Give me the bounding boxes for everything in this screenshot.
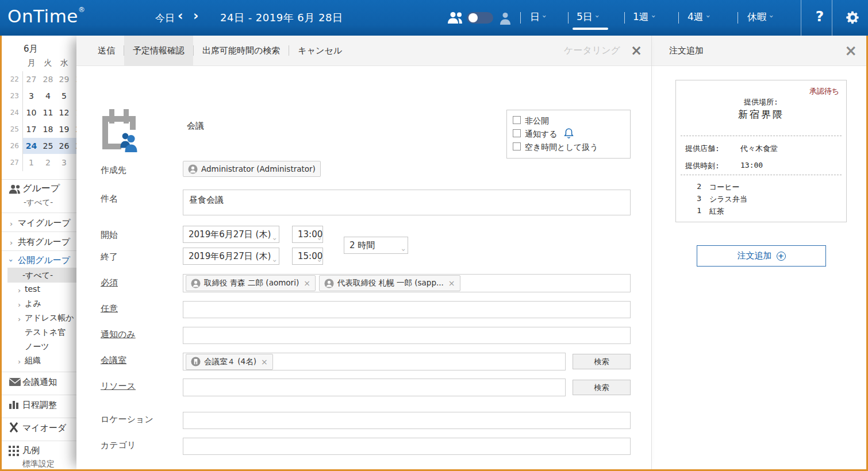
calendar-day[interactable]: 27 xyxy=(23,71,40,88)
find-available-time-button[interactable]: 出席可能時間の検索 xyxy=(194,36,289,65)
help-button[interactable]: ? xyxy=(808,8,831,25)
calendar-day[interactable]: 4 xyxy=(40,88,56,105)
remove-icon[interactable]: × xyxy=(304,279,310,288)
remove-icon[interactable]: × xyxy=(261,357,268,366)
calendar-day[interactable]: 5 xyxy=(56,88,72,105)
fyi-field[interactable] xyxy=(183,327,631,344)
divider xyxy=(832,0,832,36)
room-search-button[interactable]: 検索 xyxy=(573,354,631,369)
view-tab-vacation[interactable]: 休暇› xyxy=(747,10,773,24)
group-view-icon[interactable] xyxy=(447,11,464,25)
start-date-select[interactable]: 2019年6月27日 (木)› xyxy=(183,226,279,243)
close-icon[interactable]: × xyxy=(844,43,857,58)
calendar-day[interactable]: 3 xyxy=(56,155,72,171)
calendar-day[interactable]: 28 xyxy=(40,71,56,88)
view-tab-1week[interactable]: 1週› xyxy=(633,10,655,24)
checkbox-icon[interactable] xyxy=(513,129,521,137)
free-time-checkbox[interactable]: 空き時間として扱う xyxy=(513,141,624,154)
end-date-select[interactable]: 2019年6月27日 (木)› xyxy=(183,248,279,265)
remove-icon[interactable]: × xyxy=(448,279,455,288)
chevron-down-icon: › xyxy=(767,15,776,18)
resource-search-button[interactable]: 検索 xyxy=(573,380,631,395)
calendar-day[interactable]: 17 xyxy=(23,121,40,138)
attendee-chip[interactable]: 代表取締役 札幌 一郎 (sapp...× xyxy=(319,275,460,291)
sidebar-item-test[interactable]: test xyxy=(25,284,40,294)
calendar-day[interactable]: 10 xyxy=(23,105,40,121)
sidebar-item-public-groups[interactable]: 公開グループ xyxy=(18,255,70,266)
prev-icon[interactable]: ‹ xyxy=(178,8,183,23)
close-icon[interactable]: × xyxy=(631,44,642,57)
groups-header[interactable]: グループ xyxy=(22,183,60,195)
notify-checkbox[interactable]: 通知する xyxy=(513,128,624,141)
today-button[interactable]: 今日 xyxy=(155,11,175,25)
settings-gear-button[interactable] xyxy=(839,10,866,28)
attendee-chip[interactable]: 取締役 青森 二郎 (aomori)× xyxy=(186,275,316,291)
check-info-button[interactable]: 予定情報確認 xyxy=(124,36,193,65)
start-time-select[interactable]: 13:00› xyxy=(292,226,323,243)
optional-attendees-field[interactable] xyxy=(183,301,631,318)
calendar-day[interactable]: 25 xyxy=(40,138,56,155)
sidebar-item-addressbook[interactable]: アドレス帳か xyxy=(25,313,74,323)
calendar-day[interactable]: 18 xyxy=(40,121,56,138)
sidebar-item-legend[interactable]: 凡例 xyxy=(22,445,40,456)
person-view-icon[interactable] xyxy=(500,11,511,25)
room-chip[interactable]: 会議室４ (4名)× xyxy=(186,354,273,370)
calendar-day[interactable]: 27 xyxy=(72,138,76,155)
private-checkbox[interactable]: 非公開 xyxy=(513,114,624,128)
created-for-chip[interactable]: Administrator (Administrator) xyxy=(183,161,321,177)
calendar-day[interactable]: 19 xyxy=(56,121,72,138)
duration-select[interactable]: 2 時間› xyxy=(344,237,408,254)
send-button[interactable]: 送信 xyxy=(89,36,124,65)
checkbox-icon[interactable] xyxy=(513,116,521,124)
optional-attendees-label[interactable]: 任意 xyxy=(101,303,118,314)
sidebar-item-my-order[interactable]: マイオーダ xyxy=(22,423,66,434)
sidebar-item-all[interactable]: -すべて- xyxy=(22,271,53,281)
resource-field[interactable] xyxy=(183,379,566,396)
calendar-day[interactable]: 30 xyxy=(72,71,76,88)
calendar-day[interactable]: 13 xyxy=(72,105,76,121)
calendar-day[interactable]: 29 xyxy=(56,71,72,88)
required-attendees-field[interactable]: 取締役 青森 二郎 (aomori)× 代表取締役 札幌 一郎 (sapp...… xyxy=(183,274,631,292)
view-tab-day[interactable]: 日› xyxy=(530,10,546,24)
sidebar-item-schedule-adjust[interactable]: 日程調整 xyxy=(22,400,57,411)
calendar-day-selected[interactable]: 24 xyxy=(23,138,40,155)
sidebar-item-testne[interactable]: テストネ官 xyxy=(25,327,66,338)
sidebar-item-my-groups[interactable]: マイグループ xyxy=(18,218,71,229)
view-mode-toggle[interactable] xyxy=(467,12,493,24)
sidebar-item-notes[interactable]: ノーツ xyxy=(25,342,49,352)
sidebar-item-yomi[interactable]: よみ xyxy=(25,299,41,309)
resource-label[interactable]: リソース xyxy=(101,381,136,392)
calendar-day[interactable]: 12 xyxy=(56,105,72,121)
meeting-room-field[interactable]: 会議室４ (4名)× xyxy=(183,353,566,370)
calendar-day[interactable]: 1 xyxy=(23,155,40,171)
calendar-day[interactable]: 3 xyxy=(23,88,40,105)
category-field[interactable] xyxy=(183,438,631,455)
view-tab-5day[interactable]: 5日› xyxy=(577,10,599,24)
calendar-day[interactable]: 26 xyxy=(56,138,72,155)
add-order-button[interactable]: 注文追加 + xyxy=(697,245,826,267)
subject-input[interactable]: 昼食会議 xyxy=(183,190,631,215)
location-label: ロケーション xyxy=(101,414,153,425)
calendar-day[interactable]: 6 xyxy=(72,88,76,105)
calendar-day[interactable]: 20 xyxy=(72,121,76,138)
sidebar-item-default-settings[interactable]: 標準設定 xyxy=(22,459,55,469)
sidebar-item-meeting-notice[interactable]: 会議通知 xyxy=(22,377,57,388)
location-field[interactable] xyxy=(183,412,631,429)
view-tab-4week[interactable]: 4週› xyxy=(688,10,710,24)
sidebar-item-shared-groups[interactable]: 共有グループ xyxy=(18,237,70,248)
required-attendees-label[interactable]: 必須 xyxy=(101,277,118,288)
calendar-day[interactable]: 2 xyxy=(40,155,56,171)
top-navigation-bar: OnTime® 今日 ‹ › 24日 - 2019年 6月 28日 日› 5日›… xyxy=(0,0,868,36)
meeting-room-label[interactable]: 会議室 xyxy=(101,355,126,366)
sidebar-item-organization[interactable]: 組織 xyxy=(25,356,41,366)
checkbox-icon[interactable] xyxy=(513,142,521,150)
end-time-select[interactable]: 15:00› xyxy=(292,248,323,265)
calendar-day[interactable]: 4 xyxy=(72,155,76,171)
calendar-day[interactable]: 11 xyxy=(40,105,56,121)
next-icon[interactable]: › xyxy=(193,8,198,23)
groups-all-label[interactable]: -すべて- xyxy=(24,198,53,208)
cancel-button[interactable]: キャンセル xyxy=(289,36,351,65)
fyi-label[interactable]: 通知のみ xyxy=(101,329,136,340)
bell-icon xyxy=(564,128,574,139)
week-number: 23 xyxy=(4,88,19,105)
